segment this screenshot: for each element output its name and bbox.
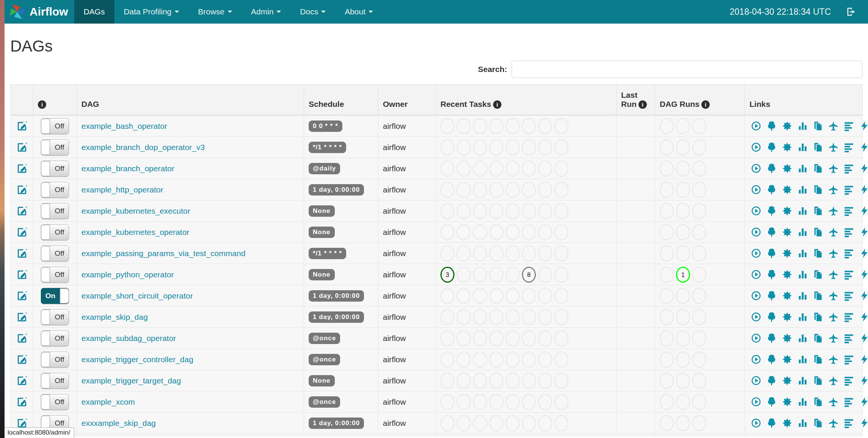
edit-dag-icon[interactable] (16, 163, 28, 174)
task-tries-icon[interactable] (813, 397, 823, 407)
trigger-dag-icon[interactable] (751, 206, 761, 216)
dag-link[interactable]: example_subdag_operator (81, 334, 176, 343)
dag-pause-toggle[interactable]: Off (41, 118, 69, 134)
graph-view-icon[interactable] (782, 291, 792, 301)
dag-link[interactable]: example_bash_operator (81, 122, 167, 130)
task-tries-icon[interactable] (813, 185, 823, 195)
trigger-dag-icon[interactable] (751, 418, 761, 428)
gantt-icon[interactable] (844, 354, 854, 364)
task-tries-icon[interactable] (813, 291, 823, 301)
graph-view-icon[interactable] (782, 354, 792, 364)
graph-view-icon[interactable] (782, 121, 792, 131)
dag-pause-toggle[interactable]: Off (41, 330, 69, 346)
tree-view-icon[interactable] (767, 163, 777, 174)
edit-dag-icon[interactable] (16, 205, 28, 217)
tree-view-icon[interactable] (767, 375, 777, 386)
trigger-dag-icon[interactable] (751, 354, 761, 364)
task-duration-icon[interactable] (798, 142, 808, 152)
nav-item-about[interactable]: About (335, 0, 382, 23)
tree-view-icon[interactable] (767, 333, 777, 343)
trigger-dag-icon[interactable] (751, 333, 761, 343)
trigger-dag-icon[interactable] (751, 185, 761, 195)
dag-pause-toggle[interactable]: Off (41, 309, 69, 325)
dag-link[interactable]: example_xcom (81, 397, 135, 406)
landing-times-icon[interactable] (828, 142, 838, 152)
trigger-dag-icon[interactable] (751, 269, 761, 280)
code-icon[interactable] (859, 227, 868, 237)
schedule-badge[interactable]: None (309, 227, 335, 238)
dag-link[interactable]: example_passing_params_via_test_command (81, 249, 245, 258)
trigger-dag-icon[interactable] (751, 121, 761, 131)
code-icon[interactable] (859, 142, 868, 152)
schedule-badge[interactable]: None (309, 205, 335, 217)
landing-times-icon[interactable] (828, 312, 838, 322)
graph-view-icon[interactable] (782, 163, 792, 174)
dag-pause-toggle[interactable]: Off (41, 182, 69, 198)
edit-dag-icon[interactable] (16, 227, 28, 238)
tree-view-icon[interactable] (767, 354, 777, 364)
dag-pause-toggle[interactable]: Off (41, 373, 69, 389)
graph-view-icon[interactable] (782, 248, 792, 258)
schedule-badge[interactable]: 1 day, 0:00:00 (309, 418, 364, 429)
code-icon[interactable] (859, 375, 868, 386)
dag-pause-toggle[interactable]: On (41, 288, 69, 304)
graph-view-icon[interactable] (782, 185, 792, 195)
nav-item-admin[interactable]: Admin (242, 0, 291, 23)
task-duration-icon[interactable] (798, 185, 808, 195)
gantt-icon[interactable] (844, 397, 854, 407)
schedule-badge[interactable]: 1 day, 0:00:00 (309, 290, 364, 302)
task-tries-icon[interactable] (813, 375, 823, 386)
trigger-dag-icon[interactable] (751, 142, 761, 152)
dag-pause-toggle[interactable]: Off (41, 203, 69, 219)
gantt-icon[interactable] (844, 185, 854, 195)
dag-link[interactable]: example_branch_operator (81, 164, 174, 173)
edit-dag-icon[interactable] (16, 311, 28, 323)
dag-pause-toggle[interactable]: Off (41, 161, 69, 177)
task-status-circle[interactable]: 3 (440, 267, 454, 283)
info-icon[interactable]: i (639, 100, 647, 109)
header-schedule[interactable]: Schedule (304, 84, 378, 116)
dag-link[interactable]: example_branch_dop_operator_v3 (81, 143, 205, 152)
graph-view-icon[interactable] (782, 418, 792, 428)
code-icon[interactable] (859, 269, 868, 280)
dag-pause-toggle[interactable]: Off (41, 246, 69, 261)
dag-link[interactable]: exxxample_skip_dag (81, 419, 156, 427)
schedule-badge[interactable]: 1 day, 0:00:00 (309, 184, 364, 196)
landing-times-icon[interactable] (828, 397, 838, 407)
schedule-badge[interactable]: 0 0 * * * (309, 120, 342, 132)
landing-times-icon[interactable] (828, 418, 838, 428)
graph-view-icon[interactable] (782, 269, 792, 280)
gantt-icon[interactable] (844, 312, 854, 322)
graph-view-icon[interactable] (782, 333, 792, 343)
code-icon[interactable] (859, 312, 868, 322)
task-duration-icon[interactable] (798, 354, 808, 364)
dag-pause-toggle[interactable]: Off (41, 224, 69, 240)
edit-dag-icon[interactable] (16, 142, 28, 153)
dag-pause-toggle[interactable]: Off (41, 267, 69, 283)
task-duration-icon[interactable] (798, 375, 808, 386)
landing-times-icon[interactable] (828, 333, 838, 343)
tree-view-icon[interactable] (767, 206, 777, 216)
tree-view-icon[interactable] (767, 121, 777, 131)
task-tries-icon[interactable] (813, 163, 823, 174)
landing-times-icon[interactable] (828, 354, 838, 364)
landing-times-icon[interactable] (828, 269, 838, 280)
landing-times-icon[interactable] (828, 248, 838, 258)
edit-dag-icon[interactable] (16, 333, 28, 344)
header-dag[interactable]: DAG (77, 84, 304, 116)
code-icon[interactable] (859, 291, 868, 301)
dag-run-circle[interactable]: 1 (676, 267, 690, 283)
code-icon[interactable] (859, 185, 868, 195)
dag-link[interactable]: example_python_operator (81, 270, 174, 279)
landing-times-icon[interactable] (828, 291, 838, 301)
task-tries-icon[interactable] (813, 121, 823, 131)
info-icon[interactable]: i (38, 100, 46, 109)
trigger-dag-icon[interactable] (751, 248, 761, 258)
schedule-badge[interactable]: None (309, 375, 335, 386)
landing-times-icon[interactable] (828, 375, 838, 386)
landing-times-icon[interactable] (828, 163, 838, 174)
tree-view-icon[interactable] (767, 269, 777, 280)
gantt-icon[interactable] (844, 142, 854, 152)
code-icon[interactable] (859, 163, 868, 174)
code-icon[interactable] (859, 206, 868, 216)
